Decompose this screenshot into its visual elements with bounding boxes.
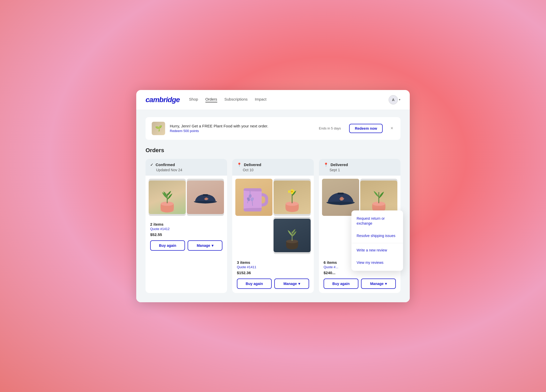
status-label-1: Confirmed	[156, 162, 175, 167]
avatar[interactable]: A	[389, 95, 398, 104]
price-2: $152.36	[237, 271, 309, 275]
items-count-1: 2 items	[150, 222, 222, 226]
delivered-icon-2: 📍	[237, 162, 242, 167]
logo: cambridge	[146, 96, 180, 104]
status-date-2: Oct 10	[243, 168, 309, 172]
banner-text: Hurry, Jenn! Get a FREE Plant Food with …	[170, 124, 314, 133]
banner-title: Hurry, Jenn! Get a FREE Plant Food with …	[170, 124, 314, 128]
card-footer-2: 3 items Quote #1411 $152.36 Buy again Ma…	[232, 257, 314, 293]
dropdown-item-write-review[interactable]: Write a new review	[351, 244, 403, 257]
svg-rect-3	[203, 194, 208, 196]
orders-grid: ✓ Confirmed Updated Nov 24	[146, 159, 400, 293]
status-date-3: Sept 1	[330, 168, 396, 172]
redeem-button[interactable]: Redeem now	[349, 124, 383, 133]
product-image-cap-1	[187, 179, 224, 216]
items-count-2: 3 items	[237, 260, 309, 265]
card-actions-2: Buy again Manage ▾	[237, 279, 309, 289]
manage-button-1[interactable]: Manage ▾	[188, 240, 222, 251]
confirmed-icon: ✓	[150, 162, 154, 167]
product-image-flower-2	[274, 179, 311, 216]
product-image-cap-3	[322, 179, 359, 216]
product-image-plant-small-2	[274, 217, 311, 254]
chevron-down-icon-1: ▾	[212, 243, 213, 248]
dropdown-divider	[351, 243, 403, 243]
delivered-icon-3: 📍	[324, 162, 328, 167]
banner-product-image: 🌱	[152, 122, 165, 135]
card-actions-3: Buy again Manage ▾	[324, 279, 396, 289]
banner-points-link[interactable]: Redeem 500 points	[170, 129, 314, 133]
order-status-bar-3: 📍 Delivered Sept 1	[319, 159, 400, 176]
product-image-mug-2	[235, 179, 272, 216]
price-3: $240...	[324, 271, 396, 275]
price-1: $52.55	[150, 232, 222, 237]
main-content: 🌱 Hurry, Jenn! Get a FREE Plant Food wit…	[136, 110, 410, 302]
order-card-2: 📍 Delivered Oct 10	[232, 159, 314, 293]
order-card-3: 📍 Delivered Sept 1	[319, 159, 400, 293]
status-date-1: Updated Nov 24	[156, 168, 222, 172]
nav: Shop Orders Subscriptions Impact	[189, 97, 387, 102]
status-label-2: Delivered	[244, 162, 261, 167]
svg-rect-16	[338, 193, 344, 194]
nav-subscriptions[interactable]: Subscriptions	[224, 97, 248, 102]
app-window: cambridge Shop Orders Subscriptions Impa…	[136, 90, 410, 302]
product-images-2	[232, 176, 314, 257]
banner-expiry: Ends in 5 days	[319, 126, 341, 130]
chevron-down-icon[interactable]: ▾	[399, 98, 400, 101]
avatar-area: A ▾	[387, 95, 400, 104]
product-image-plant-3	[360, 179, 397, 216]
manage-button-3[interactable]: Manage ▾	[361, 279, 396, 289]
quote-num-2: Quote #1411	[237, 265, 309, 269]
quote-num-1: Quote #1412	[150, 227, 222, 231]
dropdown-item-view-reviews[interactable]: View my reviews	[351, 257, 403, 269]
chevron-down-icon-3: ▾	[385, 282, 387, 286]
manage-button-2[interactable]: Manage ▾	[274, 279, 309, 289]
orders-title: Orders	[146, 147, 400, 154]
buy-again-button-3[interactable]: Buy again	[324, 279, 358, 289]
chevron-down-icon-2: ▾	[298, 282, 300, 286]
nav-impact[interactable]: Impact	[255, 97, 267, 102]
card-actions-1: Buy again Manage ▾	[150, 240, 222, 251]
order-card-1: ✓ Confirmed Updated Nov 24	[146, 159, 227, 293]
dropdown-item-return[interactable]: Request return or exchange	[351, 213, 403, 230]
buy-again-button-1[interactable]: Buy again	[150, 240, 185, 251]
header: cambridge Shop Orders Subscriptions Impa…	[136, 90, 410, 110]
product-images-1	[146, 176, 227, 219]
buy-again-button-2[interactable]: Buy again	[237, 279, 272, 289]
order-status-bar-1: ✓ Confirmed Updated Nov 24	[146, 159, 227, 176]
status-label-3: Delivered	[331, 162, 348, 167]
dropdown-item-shipping[interactable]: Resolve shipping issues	[351, 230, 403, 242]
promo-banner: 🌱 Hurry, Jenn! Get a FREE Plant Food wit…	[146, 117, 400, 140]
nav-shop[interactable]: Shop	[189, 97, 198, 102]
close-banner-button[interactable]: ×	[389, 125, 394, 132]
order-status-bar-2: 📍 Delivered Oct 10	[232, 159, 314, 176]
product-image-plant-1	[149, 179, 186, 216]
nav-orders[interactable]: Orders	[205, 97, 217, 102]
card-footer-1: 2 items Quote #1412 $52.55 Buy again Man…	[146, 219, 227, 255]
manage-dropdown: Request return or exchange Resolve shipp…	[351, 210, 403, 271]
